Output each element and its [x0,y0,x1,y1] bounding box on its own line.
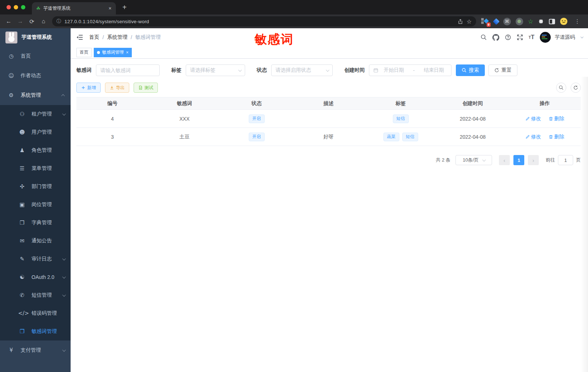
edit-button[interactable]: 修改 [525,134,541,140]
sidebar-item-user[interactable]: ☻用户管理 [0,123,71,141]
font-size-icon[interactable]: TT [529,34,534,41]
extension-badge: 9 [487,22,491,27]
extension-star-icon[interactable]: ☆ [528,18,533,25]
github-icon[interactable] [492,34,499,41]
extension-grid-icon[interactable]: 9 [481,18,489,25]
filter-form: 敏感词 标签 请选择标签 状态 请选择启用状态 [76,64,581,76]
reload-button[interactable]: ⟳ [26,18,38,25]
sidebar-item-error-code[interactable]: </>错误码管理 [0,304,71,322]
collapse-sidebar-icon[interactable] [76,34,83,41]
new-tab-button[interactable]: + [122,5,127,9]
extensions-puzzle-icon[interactable] [538,18,544,25]
browser-menu-icon[interactable]: ⋮ [572,18,582,25]
cell-create-time: 2022-04-08 [437,134,509,140]
profile-avatar-icon[interactable] [560,17,568,25]
status-label: 状态 [257,67,267,74]
add-button[interactable]: 新增 [76,83,101,93]
tab-sensitive-word[interactable]: 敏感词管理× [94,48,132,57]
sidebar-item-dict[interactable]: ❒字典管理 [0,214,71,232]
sidebar-item-pay[interactable]: ¥支付管理 [0,340,71,360]
breadcrumb-home[interactable]: 首页 [89,34,99,41]
current-page-button[interactable]: 1 [513,155,524,165]
search-button[interactable]: 搜索 [456,64,485,76]
tab-close-icon[interactable]: × [109,5,112,11]
zoom-window-button[interactable] [21,5,25,9]
edit-button[interactable]: 修改 [525,116,541,122]
delete-button[interactable]: 删除 [549,116,564,122]
close-window-button[interactable] [7,5,11,9]
sidebar-item-dept[interactable]: ✣部门管理 [0,177,71,196]
reset-button[interactable]: 重置 [488,64,517,76]
site-info-icon[interactable]: ⓘ [56,18,61,25]
user-avatar[interactable] [540,32,551,43]
breadcrumb-system[interactable]: 系统管理 [107,34,127,41]
home-button[interactable]: ⌂ [38,18,49,25]
favicon: ☘ [36,6,41,11]
chevron-down-icon[interactable] [580,35,583,38]
test-button[interactable]: 测试 [134,83,158,93]
sidebar-item-sensitive-word[interactable]: ❐敏感词管理 [0,322,71,340]
fullscreen-icon[interactable] [517,34,523,41]
chevron-down-icon [62,257,66,260]
goto-page-input[interactable] [558,155,573,165]
sidebar-item-home[interactable]: ◷首页 [0,46,71,66]
next-page-button[interactable]: › [528,155,539,165]
address-bar[interactable]: ⓘ 127.0.0.1:1024/system/sensitive-word ☆ [52,16,476,26]
tag-select[interactable]: 请选择标签 [186,64,245,76]
total-count: 共 2 条 [436,157,450,163]
sidebar-item-notice[interactable]: ✉通知公告 [0,232,71,250]
sidebar-item-label: 错误码管理 [32,310,65,317]
active-tab-dot [97,51,100,54]
sidebar-item-role[interactable]: ♟角色管理 [0,141,71,159]
sidebar-item-author-feed[interactable]: ☺作者动态 [0,66,71,85]
cell-tags: 短信 [365,114,437,123]
user-name[interactable]: 芋道源码 [555,34,575,41]
filter-create-time: 创建时间 开始日期 - 结束日期 [344,64,452,76]
date-range-picker[interactable]: 开始日期 - 结束日期 [369,64,452,76]
forward-button[interactable]: → [14,18,26,25]
page-size-select[interactable]: 10条/页 [455,155,492,165]
extension-kite-icon[interactable] [493,18,499,25]
show-search-icon-button[interactable] [556,83,566,93]
back-button[interactable]: ← [3,18,14,25]
filter-keyword: 敏感词 [76,64,160,76]
sidebar-item-menu[interactable]: ☰菜单管理 [0,159,71,177]
chevron-down-icon [482,158,486,162]
sidebar-logo[interactable]: 芋道管理系统 [0,28,71,46]
header-search-icon[interactable] [480,34,487,41]
sidebar-item-post[interactable]: ▣岗位管理 [0,196,71,214]
cell-status: 开启 [220,133,293,141]
sidebar-item-label: 审计日志 [32,256,62,262]
chevron-down-icon [62,112,66,116]
tab-label: 敏感词管理 [102,49,124,55]
tenant-icon: ⚇ [18,111,26,117]
browser-tab[interactable]: ☘ 芋道管理系统 × [32,2,116,14]
app-title: 芋道管理系统 [21,34,52,41]
sidebar-item-label: 作者动态 [21,72,65,79]
bookmark-star-icon[interactable]: ☆ [466,18,471,25]
extension-record-icon[interactable] [516,18,523,25]
tab-close-icon[interactable]: × [126,50,129,55]
cell-id: 3 [76,134,148,140]
sidebar-item-audit-log[interactable]: ✎审计日志 [0,250,71,268]
sidebar-item-sms[interactable]: ✆短信管理 [0,286,71,304]
keyword-input[interactable] [100,67,155,73]
help-icon[interactable] [505,34,511,41]
prev-page-button[interactable]: ‹ [499,155,510,165]
export-button[interactable]: 导出 [105,83,129,93]
sidebar-item-oauth2[interactable]: ☯OAuth 2.0 [0,268,71,286]
side-panel-icon[interactable] [549,19,555,24]
sidebar-item-tenant[interactable]: ⚇租户管理 [0,105,71,123]
tab-home[interactable]: 首页 [76,48,92,57]
status-select[interactable]: 请选择启用状态 [271,64,333,76]
refresh-icon-button[interactable] [571,83,581,93]
delete-button[interactable]: 删除 [549,134,564,140]
share-icon[interactable] [458,19,463,24]
extension-command-icon[interactable]: ⌘ [503,18,511,25]
column-header: 状态 [220,100,293,107]
sidebar-item-system[interactable]: ⚙系统管理 [0,85,71,105]
column-header: 标签 [365,100,437,107]
minimize-window-button[interactable] [14,5,18,9]
navbar: 首页 / 系统管理 / 敏感词管理 敏感词 [71,28,588,46]
sidebar-item-label: 菜单管理 [32,165,65,172]
